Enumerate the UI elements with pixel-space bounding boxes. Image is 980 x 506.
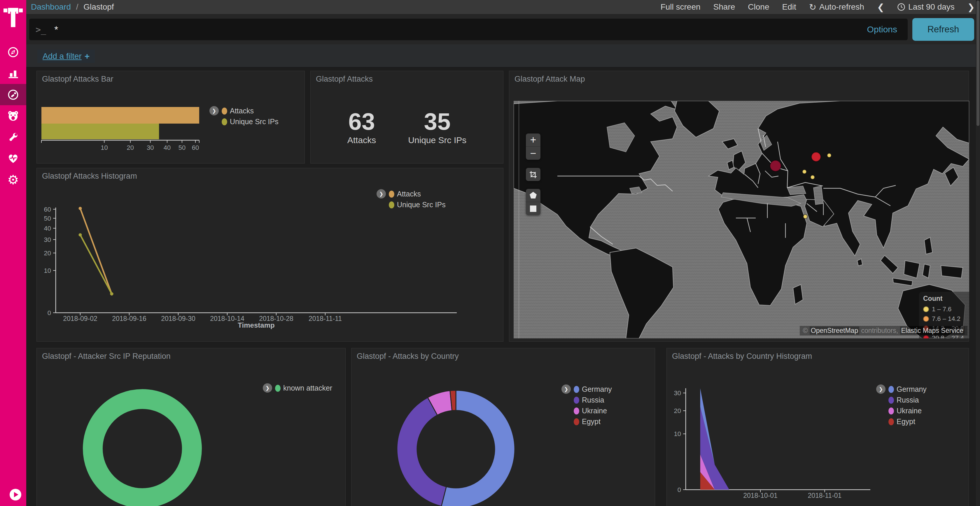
country-donut-chart[interactable] [352,348,655,506]
bar-Attacks[interactable] [41,107,199,124]
search-input[interactable]: >_ * Options [29,19,908,40]
panel-attacks-bar: Glastopf Attacks Bar 102030405060 ❯Attac… [37,71,305,163]
metric-label: Attacks [347,135,376,145]
sidebar-item-honeypot[interactable] [0,105,26,127]
time-range-picker[interactable]: Last 90 days [897,2,955,12]
country-area-chart[interactable]: 01020302018-10-012018-11-01Timestamp [667,348,969,506]
sidebar-item-management[interactable]: ⚙ [0,169,26,190]
legend-label: Egypt [582,417,601,426]
query-options-link[interactable]: Options [867,24,897,34]
attack-point[interactable] [811,152,821,162]
share-button[interactable]: Share [713,2,735,12]
legend: ❯known attacker [263,383,332,393]
legend-item[interactable]: Russia [888,395,927,405]
expand-nav-button[interactable] [10,489,22,501]
page-scrollbar [976,0,980,506]
legend-item[interactable]: Ukraine [574,405,612,416]
time-back-button[interactable]: ❮ [877,2,885,12]
legend-item[interactable]: Unique Src IPs [222,116,278,127]
legend-collapse-arrow[interactable]: ❯ [263,383,272,393]
auto-refresh-button[interactable]: ↻ Auto-refresh [809,2,864,12]
edit-button[interactable]: Edit [782,2,796,12]
attack-point[interactable] [802,170,807,174]
map-legend-item: 1 – 7.6 [923,304,969,314]
map-attribution: © OpenStreetMap contributors, Elastic Ma… [800,326,967,335]
attack-point[interactable] [827,153,831,157]
sidebar-item-monitoring[interactable] [0,148,26,169]
map-zoom-in-button[interactable]: + [526,133,541,147]
full-screen-button[interactable]: Full screen [661,2,701,12]
legend-color-dot [574,408,579,414]
data-point[interactable] [79,207,82,210]
y-tick-label: 20 [44,249,51,257]
bar-Unique Src IPs[interactable] [41,124,159,139]
legend-item[interactable]: Ukraine [888,405,927,416]
data-point[interactable] [79,233,82,236]
legend-collapse-arrow[interactable]: ❯ [876,384,886,394]
line-Unique Src IPs[interactable] [80,235,112,294]
y-tick-label: 10 [674,430,681,438]
elastic-maps-service-link[interactable]: Elastic Maps Service [900,327,964,335]
legend-color-dot [222,108,227,114]
map-draw-rectangle-button[interactable] [526,202,541,215]
legend-item[interactable]: Russia [574,395,612,405]
legend-label: Unique Src IPs [397,200,445,209]
legend-item[interactable]: Attacks [222,106,278,116]
legend-color-dot [389,190,395,198]
clock-icon [897,3,905,11]
legend-item[interactable]: Germany [888,384,927,395]
legend-label: Attacks [230,107,254,115]
legend-item[interactable]: Attacks [389,189,445,199]
scrollbar-thumb[interactable] [977,1,979,126]
map-fit-bounds-button[interactable] [526,168,541,181]
attack-point[interactable] [803,214,807,219]
legend-item[interactable]: known attacker [275,383,332,393]
legend-collapse-arrow[interactable]: ❯ [209,106,219,116]
map-draw-polygon-button[interactable] [526,189,541,202]
legend-item[interactable]: Egypt [888,416,927,427]
y-tick-label: 0 [678,486,681,493]
world-map[interactable]: + − [514,101,969,338]
line-Attacks[interactable] [80,208,112,294]
metric-attacks: 63 Attacks [347,109,376,145]
panel-attacks-by-country: Glastopf - Attacks by Country ❯GermanyRu… [351,348,655,506]
attack-point[interactable] [811,175,815,179]
panel-attacks-by-country-histogram: Glastopf - Attacks by Country Histogram … [667,348,969,506]
panel-attack-map: Glastopf Attack Map [509,71,969,342]
legend-color-dot [574,418,579,425]
data-point[interactable] [110,292,113,295]
openstreetmap-link[interactable]: OpenStreetMap [810,327,859,335]
legend-collapse-arrow[interactable]: ❯ [377,189,386,198]
slice-known attacker[interactable] [93,399,192,498]
map-legend-range: 1 – 7.6 [932,306,951,313]
sidebar-item-discover[interactable] [0,41,26,63]
legend-color-dot [888,397,894,404]
map-zoom-out-button[interactable]: − [526,147,541,160]
panel-title: Glastopf Attacks [316,75,373,84]
sidebar-item-dev-tools[interactable] [0,127,26,148]
time-forward-button[interactable]: ❯ [967,2,975,12]
legend-item[interactable]: Germany [574,384,612,395]
add-filter-button[interactable]: Add a filter + [37,49,95,63]
sidebar-item-dashboard[interactable] [0,84,26,105]
y-tick-label: 50 [44,215,51,222]
y-tick-label: 20 [674,407,681,414]
sidebar-item-visualize[interactable] [0,63,26,84]
x-tick-label: 2018-09-02 [63,315,97,322]
panel-attacks-histogram: Glastopf Attacks Histogram 0102030405060… [37,168,503,342]
reputation-donut-chart[interactable] [37,348,345,506]
query-value: * [54,24,867,35]
attack-point[interactable] [770,160,781,171]
metric-unique-src-ips: 35 Unique Src IPs [408,109,466,145]
legend-item[interactable]: Egypt [574,416,612,427]
legend-item[interactable]: Unique Src IPs [389,199,445,210]
refresh-button[interactable]: Refresh [912,18,974,41]
legend-label: Germany [582,385,612,393]
legend-label: Ukraine [582,407,607,415]
clone-button[interactable]: Clone [748,2,769,12]
sidebar: ⚙ [0,0,26,506]
query-prompt-icon: >_ [36,24,46,35]
legend-collapse-arrow[interactable]: ❯ [562,384,571,394]
legend-label: known attacker [283,384,332,392]
breadcrumb-dashboard-link[interactable]: Dashboard [31,2,71,11]
